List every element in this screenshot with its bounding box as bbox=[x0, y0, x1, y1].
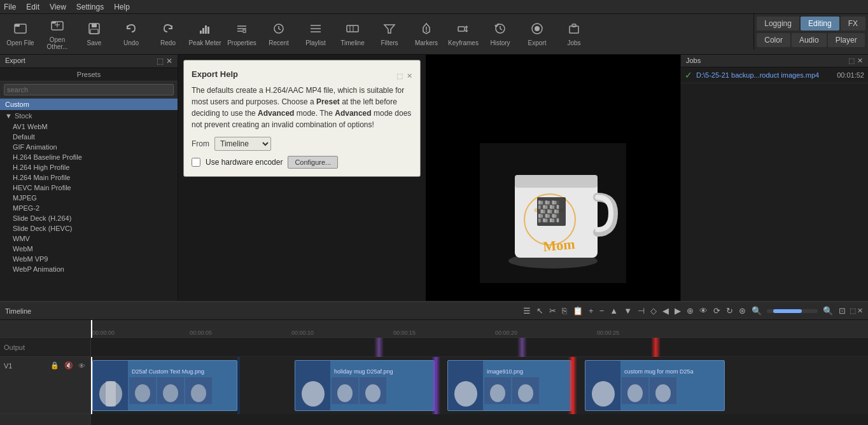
fx-mode-button[interactable]: FX bbox=[841, 17, 865, 31]
menu-edit[interactable]: Edit bbox=[26, 3, 39, 11]
preset-search-input[interactable] bbox=[4, 84, 174, 95]
svg-point-26 bbox=[426, 31, 427, 32]
tl-down-button[interactable]: ▼ bbox=[622, 305, 634, 317]
tl-up-button[interactable]: ▲ bbox=[608, 305, 620, 317]
redo-button[interactable]: Redo bbox=[150, 15, 186, 53]
preset-slide-hevc[interactable]: Slide Deck (HEVC) bbox=[0, 223, 178, 233]
tl-next-button[interactable]: ▶ bbox=[673, 305, 683, 317]
menu-settings[interactable]: Settings bbox=[76, 3, 104, 11]
peak-meter-button[interactable]: Peak Meter bbox=[187, 15, 223, 53]
preset-default[interactable]: Default bbox=[0, 132, 178, 142]
clip-3[interactable]: custom mug for mom D25a bbox=[585, 360, 725, 411]
close-panel-button[interactable]: ✕ bbox=[166, 57, 172, 66]
preset-webm-vp9[interactable]: WebM VP9 bbox=[0, 254, 178, 264]
properties-button[interactable]: Properties bbox=[224, 15, 260, 53]
jobs-title: Jobs bbox=[686, 57, 701, 65]
player-mode-button[interactable]: Player bbox=[828, 33, 865, 47]
preset-h264-main[interactable]: H.264 Main Profile bbox=[0, 172, 178, 183]
v1-mute-button[interactable]: 🔇 bbox=[63, 361, 74, 370]
tl-zoom-slider[interactable] bbox=[767, 309, 818, 313]
jobs-button[interactable]: Jobs bbox=[556, 15, 592, 53]
search-box bbox=[0, 81, 178, 99]
tl-snap-button[interactable]: ⊕ bbox=[685, 305, 696, 317]
svg-rect-3 bbox=[52, 22, 56, 24]
v1-track-controls: 🔒 🔇 👁 bbox=[49, 361, 87, 370]
preset-gif[interactable]: GIF Animation bbox=[0, 142, 178, 152]
menu-help[interactable]: Help bbox=[114, 3, 130, 11]
preset-mjpeg[interactable]: MJPEG bbox=[0, 193, 178, 203]
preset-webp[interactable]: WebP Animation bbox=[0, 264, 178, 274]
tl-overwrite-button[interactable]: ⊛ bbox=[737, 305, 748, 317]
svg-rect-12 bbox=[207, 27, 209, 34]
keyframes-button[interactable]: Keyframes bbox=[445, 15, 481, 53]
v1-solo-button[interactable]: 👁 bbox=[77, 361, 87, 370]
preset-h264-high[interactable]: H.264 High Profile bbox=[0, 162, 178, 172]
tl-prev-button[interactable]: ◀ bbox=[661, 305, 671, 317]
menu-view[interactable]: View bbox=[50, 3, 66, 11]
preset-wmv[interactable]: WMV bbox=[0, 233, 178, 244]
preset-webm[interactable]: WebM bbox=[0, 244, 178, 254]
timeline-button[interactable]: Timeline bbox=[335, 15, 370, 53]
tl-loop-button[interactable]: ↻ bbox=[724, 305, 735, 317]
configure-button[interactable]: Configure... bbox=[288, 156, 338, 169]
tl-select-button[interactable]: ↖ bbox=[535, 305, 545, 317]
tl-remove-button[interactable]: − bbox=[598, 305, 606, 317]
preset-custom[interactable]: Custom bbox=[0, 99, 178, 110]
clip-1[interactable]: holiday mug D25af.png bbox=[295, 360, 435, 411]
playlist-button[interactable]: Playlist bbox=[298, 15, 333, 53]
job-item-0[interactable]: ✓ D:\5-25-21 backup...roduct images.mp4 … bbox=[681, 67, 868, 83]
tl-split-button[interactable]: ⊣ bbox=[636, 305, 647, 317]
tl-zoom-out-tl[interactable]: 🔍 bbox=[750, 305, 764, 317]
tl-paste-button[interactable]: 📋 bbox=[571, 305, 585, 317]
tl-zoom-in-tl[interactable]: 🔍 bbox=[821, 305, 835, 317]
preset-stock[interactable]: ▼ Stock bbox=[0, 110, 178, 122]
open-other-button[interactable]: Open Other... bbox=[39, 15, 75, 53]
filters-button[interactable]: Filters bbox=[372, 15, 407, 53]
svg-rect-33 bbox=[572, 24, 576, 27]
tl-cut-button[interactable]: ✂ bbox=[547, 305, 558, 317]
properties-label: Properties bbox=[227, 39, 256, 46]
clip-0[interactable]: D25af Custom Text Mug.png bbox=[92, 360, 237, 411]
tl-eye-button[interactable]: 👁 bbox=[697, 305, 710, 317]
color-mode-button[interactable]: Color bbox=[757, 33, 790, 47]
tl-fit-button[interactable]: ⊡ bbox=[837, 305, 848, 317]
jobs-close-button[interactable]: ✕ bbox=[857, 57, 863, 65]
tl-menu-button[interactable]: ☰ bbox=[521, 305, 533, 317]
hw-encoder-checkbox[interactable] bbox=[192, 158, 200, 167]
menu-file[interactable]: File bbox=[4, 3, 16, 11]
jobs-expand-button[interactable]: ⬚ bbox=[848, 57, 855, 65]
save-button[interactable]: Save bbox=[76, 15, 112, 53]
logging-mode-button[interactable]: Logging bbox=[757, 17, 799, 31]
audio-mode-button[interactable]: Audio bbox=[792, 33, 827, 47]
open-file-icon bbox=[13, 22, 27, 38]
editing-mode-button[interactable]: Editing bbox=[801, 17, 839, 31]
help-close-button[interactable]: ✕ bbox=[407, 72, 412, 80]
open-file-button[interactable]: Open File bbox=[3, 15, 38, 53]
history-button[interactable]: History bbox=[482, 15, 518, 53]
tl-ripple-button[interactable]: ⟳ bbox=[711, 305, 722, 317]
tl-keyframe-button[interactable]: ◇ bbox=[648, 305, 659, 317]
preset-h264-baseline[interactable]: H.264 Baseline Profile bbox=[0, 152, 178, 162]
expand-panel-button[interactable]: ⬚ bbox=[157, 57, 164, 66]
export-button[interactable]: Export bbox=[519, 15, 555, 53]
help-expand-button[interactable]: ⬚ bbox=[396, 72, 403, 80]
preset-av1-webm[interactable]: AV1 WebM bbox=[0, 122, 178, 132]
preset-slide-h264[interactable]: Slide Deck (H.264) bbox=[0, 213, 178, 223]
hw-encoder-row: Use hardware encoder Configure... bbox=[192, 156, 412, 169]
open-other-icon bbox=[50, 18, 64, 34]
v1-lock-button[interactable]: 🔒 bbox=[49, 361, 60, 370]
tl-close-button[interactable]: ✕ bbox=[857, 307, 863, 315]
export-help-title: Export Help bbox=[192, 68, 238, 81]
markers-button[interactable]: Markers bbox=[409, 15, 444, 53]
tl-add-button[interactable]: + bbox=[587, 305, 596, 317]
tl-copy-button[interactable]: ⎘ bbox=[560, 305, 569, 317]
clip-2[interactable]: image910.png bbox=[447, 360, 571, 411]
undo-button[interactable]: Undo bbox=[113, 15, 149, 53]
preset-mpeg2[interactable]: MPEG-2 bbox=[0, 203, 178, 213]
from-select[interactable]: Timeline Playlist Clip bbox=[214, 137, 271, 151]
recent-button[interactable]: Recent bbox=[261, 15, 297, 53]
tl-expand-button[interactable]: ⬚ bbox=[850, 307, 856, 315]
preset-hevc-main[interactable]: HEVC Main Profile bbox=[0, 183, 178, 193]
svg-rect-27 bbox=[458, 27, 465, 31]
tl-playhead-marker bbox=[91, 320, 92, 338]
